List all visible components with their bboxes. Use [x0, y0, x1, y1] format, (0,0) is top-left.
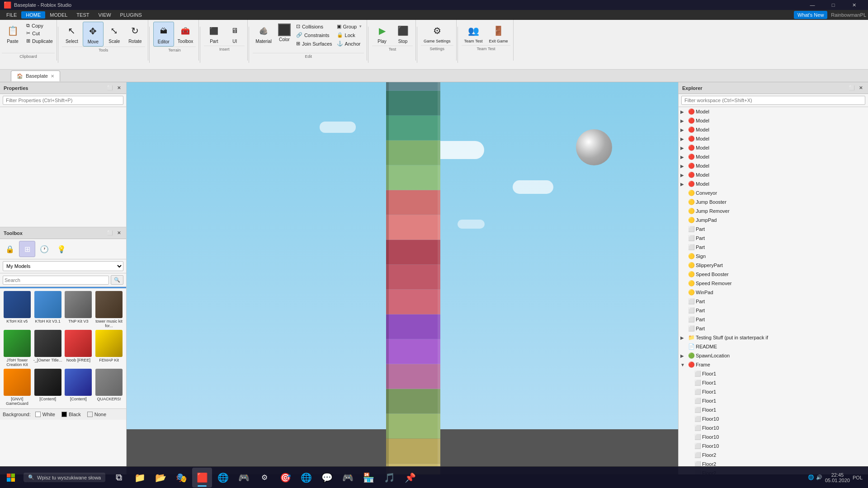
taskbar-search-box[interactable]: 🔍 Wpisz tu wyszukiwane słowa [24, 473, 105, 482]
tree-expand-icon[interactable]: ▶ [680, 145, 687, 150]
toolbox-lock-icon-btn[interactable]: 🔒 [2, 241, 18, 257]
collisions-button[interactable]: ⊡ Collisions [294, 23, 334, 30]
taskbar-xbox[interactable]: 🎮 [338, 468, 358, 488]
taskbar-task-view[interactable]: ⧉ [109, 468, 129, 488]
tree-item[interactable]: ⬜ Floor10 [679, 414, 868, 423]
properties-collapse-button[interactable]: ⬜ [106, 84, 113, 92]
tree-item[interactable]: 🟡 Jump Remover [679, 206, 868, 216]
tree-expand-icon[interactable]: ▶ [680, 136, 687, 141]
toolbox-item[interactable]: JToH Tower Creation Kit [3, 330, 32, 367]
explorer-close-button[interactable]: ✕ [857, 84, 864, 92]
taskbar-volume-icon[interactable]: 🔊 [816, 474, 822, 480]
whats-new-button[interactable]: What's New [794, 11, 827, 19]
cut-button[interactable]: ✂ Cut [24, 29, 55, 37]
tree-expand-icon[interactable]: ▶ [680, 118, 687, 123]
paste-button[interactable]: 📋 Paste [2, 22, 24, 52]
game-settings-button[interactable]: ⚙ Game Settings [421, 22, 453, 45]
taskbar-network-icon[interactable]: 🌐 [808, 474, 814, 480]
tree-expand-icon[interactable]: ▶ [680, 335, 687, 340]
tree-expand-icon[interactable]: ▼ [680, 362, 687, 367]
color-button[interactable]: Color [275, 22, 293, 44]
tree-expand-icon[interactable]: ▶ [680, 109, 687, 114]
anchor-button[interactable]: ⚓ Anchor [335, 40, 364, 47]
taskbar-clock[interactable]: 22:45 05.01.2020 [825, 472, 850, 483]
tree-item[interactable]: 🟡 Sign [679, 252, 868, 261]
tree-item[interactable]: 📄 README [679, 342, 868, 351]
play-button[interactable]: ▶ Play [372, 22, 392, 46]
taskbar-files[interactable]: 📂 [151, 468, 170, 488]
toolbox-grid-icon-btn[interactable]: ⊞ [19, 241, 35, 257]
toolbox-search-input[interactable] [3, 276, 109, 285]
tree-item[interactable]: ▶ 🔴 Model [679, 152, 868, 161]
tree-item[interactable]: ⬜ Floor1 [679, 387, 868, 396]
select-button[interactable]: ↖ Select [62, 22, 82, 47]
tree-item[interactable]: 🟡 JumpPad [679, 216, 868, 225]
scale-button[interactable]: ⤡ Scale [104, 22, 124, 47]
taskbar-store[interactable]: 🏪 [359, 468, 378, 488]
tree-item[interactable]: ▶ 🔴 Model [679, 107, 868, 116]
minimize-button[interactable]: — [802, 0, 823, 10]
tree-expand-icon[interactable]: ▶ [680, 173, 687, 178]
tree-item[interactable]: ⬜ Part [679, 315, 868, 324]
tree-item[interactable]: ⬜ Floor10 [679, 432, 868, 441]
taskbar-game[interactable]: 🎮 [234, 468, 254, 488]
tree-item[interactable]: ⬜ Part [679, 324, 868, 333]
tree-item[interactable]: 🟡 Speed Booster [679, 270, 868, 279]
tree-item[interactable]: ⬜ Part [679, 306, 868, 315]
taskbar-music[interactable]: 🎵 [379, 468, 399, 488]
toolbox-category-select[interactable]: My Models [3, 261, 123, 271]
tree-expand-icon[interactable]: ▶ [680, 353, 687, 358]
tree-item[interactable]: ▶ 📁 Testing Stuff (put in starterpack if [679, 333, 868, 342]
toolbox-item[interactable]: KToH Kit V3.1 [33, 291, 62, 328]
tree-item[interactable]: 🟡 WinPad [679, 288, 868, 297]
taskbar-explorer[interactable]: 📁 [130, 468, 150, 488]
team-test-button[interactable]: 👥 Team Test [462, 22, 486, 45]
tree-item[interactable]: ⬜ Part [679, 234, 868, 243]
explorer-collapse-button[interactable]: ⬜ [848, 84, 855, 92]
toolbox-item[interactable]: [Content] [64, 369, 93, 406]
properties-search-input[interactable] [3, 96, 123, 105]
properties-close-button[interactable]: ✕ [115, 84, 123, 92]
taskbar-chrome[interactable]: 🌐 [296, 468, 316, 488]
tree-item[interactable]: ⬜ Part [679, 225, 868, 234]
tab-baseplate-close[interactable]: ✕ [51, 74, 54, 79]
maximize-button[interactable]: □ [823, 0, 844, 10]
tree-item[interactable]: 🟡 Conveyor [679, 188, 868, 197]
stop-button[interactable]: ⬛ Stop [393, 22, 413, 46]
menu-plugins[interactable]: PLUGINS [116, 11, 146, 19]
bg-black-button[interactable]: Black [60, 411, 83, 418]
toolbox-collapse-button[interactable]: ⬜ [106, 230, 113, 237]
tree-expand-icon[interactable]: ▶ [680, 164, 687, 169]
tab-baseplate[interactable]: 🏠 Baseplate ✕ [11, 70, 60, 81]
tree-item[interactable]: ⬜ Floor1 [679, 369, 868, 378]
taskbar-discord[interactable]: 💬 [317, 468, 337, 488]
rotate-button[interactable]: ↻ Rotate [125, 22, 145, 47]
toolbox-item[interactable]: [GNVI] GameGuard [3, 369, 32, 406]
tree-expand-icon[interactable]: ▶ [680, 127, 687, 132]
tree-item[interactable]: ▶ 🔴 Model [679, 134, 868, 143]
tree-item[interactable]: ⬜ Floor1 [679, 378, 868, 387]
tree-expand-icon[interactable]: ▶ [680, 182, 687, 187]
tree-item[interactable]: ▶ 🔴 Model [679, 161, 868, 170]
ui-button[interactable]: 🖥 UI [225, 22, 245, 46]
tree-item[interactable]: ▶ 🔴 Model [679, 116, 868, 125]
toolbox-clock-icon-btn[interactable]: 🕐 [36, 241, 52, 257]
taskbar-steam[interactable]: ⚙ [255, 468, 274, 488]
toolbox-close-button[interactable]: ✕ [115, 230, 123, 237]
toolbox-button[interactable]: 🧰 Toolbox [175, 22, 196, 47]
tree-item[interactable]: ▼ 🔴 Frame [679, 360, 868, 369]
toolbox-item[interactable]: Noob [FREE] [64, 330, 93, 367]
menu-test[interactable]: TEST [72, 11, 94, 19]
tree-item[interactable]: ▶ 🔴 Model [679, 179, 868, 188]
menu-view[interactable]: VIEW [94, 11, 115, 19]
taskbar-epic[interactable]: 🎯 [275, 468, 295, 488]
toolbox-search-button[interactable]: 🔍 [111, 275, 123, 285]
toolbox-item[interactable]: [Content] [33, 369, 62, 406]
tree-item[interactable]: ▶ 🟢 SpawnLocation [679, 351, 868, 360]
tree-item[interactable]: ▶ 🔴 Model [679, 125, 868, 134]
viewport[interactable] [127, 82, 678, 474]
bg-none-button[interactable]: None [85, 411, 108, 418]
exit-game-button[interactable]: 🚪 Exit Game [486, 22, 510, 45]
tree-item[interactable]: ⬜ Floor1 [679, 405, 868, 414]
toolbox-item[interactable]: TNP Kit V3 [64, 291, 93, 328]
